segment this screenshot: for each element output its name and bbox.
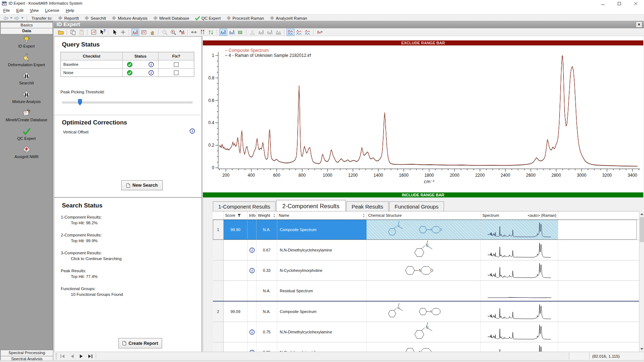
transfer-button-analyzeit-raman[interactable]: AnalyzeIt Raman <box>267 15 310 21</box>
panel-close-icon[interactable]: ✕ <box>636 21 642 28</box>
sidebar-item-mixture-analysis[interactable]: Mixture Analysis <box>0 90 53 104</box>
tab-1-component-results[interactable]: 1-Component Results <box>213 201 275 211</box>
info-icon[interactable]: i <box>249 248 255 253</box>
maximize-button[interactable] <box>611 0 628 7</box>
result-row-7[interactable]: i0.25N-CyclohexylpiperidineN <box>213 342 639 352</box>
sidebar-item-qc-expert[interactable]: QC Expert <box>0 127 53 141</box>
header-weight[interactable]: Weight <box>257 211 277 219</box>
peak-labels-icon[interactable]: A <box>178 29 186 36</box>
info-cell[interactable]: i <box>248 240 257 260</box>
info-icon[interactable]: i <box>249 268 255 273</box>
display-grid-icon[interactable] <box>236 29 244 36</box>
transfer-button-qc-expert[interactable]: QC Expert <box>192 16 224 21</box>
sidebar-item-mineit-create-database[interactable]: MineIt/Create Database <box>0 108 53 122</box>
tab-functional-groups[interactable]: Functional Groups <box>389 201 444 211</box>
paste-icon[interactable] <box>78 29 86 36</box>
sidebar-tab-spectral-processing[interactable]: Spectral Processing <box>0 350 53 356</box>
sidebar-item-assignit-nmr[interactable]: AssignIt NMR <box>0 145 53 159</box>
transfer-button-mixture-analysis[interactable]: Mixture Analysis <box>109 15 150 21</box>
header-name[interactable]: Name <box>277 211 367 219</box>
previous-record-icon[interactable] <box>68 353 76 359</box>
sidebar-tab-data[interactable]: Data <box>0 28 53 34</box>
header-spectrum[interactable]: Spectrum<auto> (Raman) <box>481 211 558 219</box>
forward-icon[interactable] <box>14 16 20 20</box>
frame-view-icon[interactable] <box>140 29 148 36</box>
new-search-button[interactable]: New Search <box>121 180 163 190</box>
transfer-spectrum-icon[interactable] <box>316 29 324 36</box>
include-range-bar[interactable]: INCLUDE RANGE BAR <box>203 192 643 197</box>
zoom-out-icon[interactable] <box>161 29 169 36</box>
copy-icon[interactable] <box>69 29 77 36</box>
peak-picking-threshold-slider[interactable] <box>62 99 192 106</box>
spectrum-gray-a-icon[interactable] <box>257 29 265 36</box>
baseline-tool-icon[interactable] <box>274 29 282 36</box>
result-row-5[interactable]: 299.09N.A.Composite SpectrumNN <box>213 302 639 322</box>
tab-peak-results[interactable]: Peak Results <box>346 201 389 211</box>
exclude-range-bar[interactable]: EXCLUDE RANGE BAR <box>203 40 643 45</box>
menu-item-license[interactable]: License <box>42 7 63 14</box>
results-scrollbar[interactable] <box>639 211 644 352</box>
menu-item-view[interactable]: View <box>26 7 42 14</box>
sidebar-item-searchit[interactable]: SearchIt <box>0 71 53 85</box>
close-button[interactable] <box>628 0 644 7</box>
stack-spectra-icon[interactable] <box>295 29 303 36</box>
expand-x-icon[interactable] <box>190 29 198 36</box>
spectrum-gray-b-icon[interactable] <box>266 29 274 36</box>
header-structure[interactable]: Chemical Structure <box>367 211 481 219</box>
info-icon[interactable]: i <box>190 128 195 134</box>
forward-dropdown-icon[interactable] <box>21 17 24 19</box>
zoom-region-icon[interactable] <box>169 29 177 36</box>
info-cell[interactable]: i <box>248 260 257 280</box>
scroll-down-icon[interactable] <box>639 346 644 352</box>
menu-item-edit[interactable]: Edit <box>13 7 27 14</box>
crosshair-tool-icon[interactable] <box>119 29 127 36</box>
result-row-4[interactable]: N.A.Residual Spectrum <box>213 281 639 302</box>
peak-arrows-icon[interactable] <box>207 29 215 36</box>
display-stack-icon[interactable] <box>228 29 236 36</box>
scroll-thumb[interactable] <box>640 217 644 242</box>
tab-2-component-results[interactable]: 2-Component Results <box>276 200 346 211</box>
overlay-spectra-icon[interactable] <box>287 29 294 36</box>
display-single-icon[interactable] <box>219 29 227 36</box>
context-help-icon[interactable]: ? <box>98 29 106 36</box>
result-row-6[interactable]: i0.75N,N-DimethylcyclohexylamineN <box>213 322 639 342</box>
transfer-button-processit-raman[interactable]: ProcessIt Raman <box>224 15 267 21</box>
fix-checkbox[interactable] <box>174 62 179 67</box>
info-icon[interactable]: i <box>249 329 255 335</box>
transfer-button-mineit-database[interactable]: MineIt Database <box>150 15 192 21</box>
info-cell[interactable]: i <box>248 342 257 352</box>
spectrum-chart[interactable]: 2004006008001000120014001600180020002200… <box>203 45 643 192</box>
pan-hand-icon[interactable] <box>148 29 156 36</box>
report-view-icon[interactable] <box>90 29 98 36</box>
last-record-icon[interactable] <box>87 353 94 359</box>
header-filler[interactable] <box>558 211 639 219</box>
minimize-button[interactable] <box>595 0 611 7</box>
first-record-icon[interactable] <box>59 353 67 359</box>
cut-region-icon[interactable] <box>249 29 257 36</box>
header-score[interactable]: Score <box>224 211 248 219</box>
result-row-2[interactable]: i0.67N,N-DimethylcyclohexylamineN <box>213 240 639 260</box>
info-icon[interactable]: i <box>148 62 154 67</box>
header-blank[interactable] <box>213 211 224 219</box>
group-value[interactable]: Click to Continue Searching <box>61 256 122 261</box>
sidebar-item-deformulation-expert[interactable]: Deformulation Expert <box>0 53 53 67</box>
select-cursor-icon[interactable] <box>111 29 118 36</box>
result-row-3[interactable]: i0.33N-CyclohexylmorpholineNO <box>213 260 639 281</box>
result-row-1[interactable]: 199.90N.A.Composite SpectrumNNO <box>213 220 639 240</box>
create-report-button[interactable]: Create Report <box>118 338 162 348</box>
spectrum-view-icon[interactable] <box>131 29 139 36</box>
scroll-up-icon[interactable] <box>639 211 644 217</box>
pick-peaks-icon[interactable] <box>199 29 206 36</box>
info-cell[interactable]: i <box>248 322 257 342</box>
info-icon[interactable]: i <box>148 70 154 75</box>
header-info[interactable]: Info <box>248 211 257 219</box>
stack-spectra-2-icon[interactable] <box>304 29 312 36</box>
fix-checkbox[interactable] <box>174 70 179 75</box>
slider-thumb[interactable] <box>78 99 82 106</box>
menu-item-file[interactable]: File <box>0 7 13 14</box>
open-file-icon[interactable] <box>57 29 65 36</box>
sidebar-item-id-expert[interactable]: ID Expert <box>0 34 53 48</box>
transfer-button-searchit[interactable]: SearchIt <box>82 15 109 21</box>
back-icon[interactable] <box>3 16 9 20</box>
back-dropdown-icon[interactable] <box>10 17 13 19</box>
